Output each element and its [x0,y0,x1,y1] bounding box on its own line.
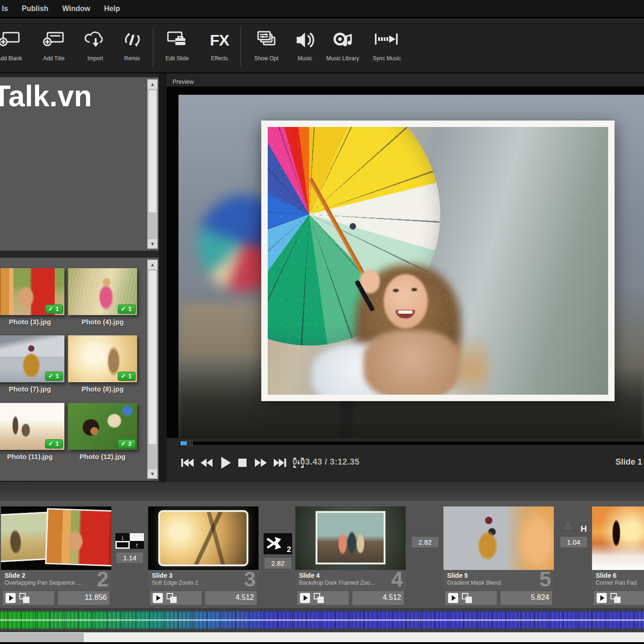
toolbar-separator [153,27,154,66]
slide-layers-icon[interactable] [19,593,29,603]
remix-icon [120,27,144,53]
music-speaker-icon [293,27,317,53]
slide-tools-box[interactable] [297,591,349,605]
slide-duration-box[interactable]: 4.512 [205,591,257,605]
slide-thumbnail [443,506,554,570]
add-title-button[interactable]: Add Title [36,27,72,62]
slide-tools-box[interactable] [3,591,54,605]
slide-duration-box[interactable]: 5.824 [500,591,552,605]
slide-play-icon[interactable] [300,593,310,603]
slide-timeline: Slide 2 Overlapping Pan Sequence ... 2 1… [0,501,644,608]
menu-item-help[interactable]: Help [104,5,120,13]
umbrella-hub [350,223,356,230]
fast-forward-button[interactable] [253,457,268,468]
scroll-up-arrow[interactable]: ▲ [148,80,157,89]
remix-button[interactable]: Remix [114,27,150,62]
scrollbar-thumb[interactable] [148,270,157,445]
seek-bar-track[interactable] [179,442,644,445]
slide-tools-box[interactable] [594,591,644,605]
slide-info: Slide 6 Corner Pan Fad [592,570,644,590]
rewind-button[interactable] [200,457,214,468]
slide-info: Slide 4 Backdrop Dark Framed Zoo... 4 [295,570,406,590]
scroll-down-arrow[interactable]: ▼ [148,239,157,248]
photo-thumbnail[interactable]: ✓1 [68,335,137,382]
audio-waveform[interactable] [0,610,644,631]
timeline-slide-card[interactable]: Slide 4 Backdrop Dark Framed Zoo... 4 4.… [295,506,406,605]
slide-number: 5 [539,568,551,590]
scrollbar-thumb[interactable] [148,90,157,213]
transition-control[interactable]: 2 2.82 [264,533,292,569]
photo-thumbnail[interactable]: ✓1 [0,268,64,315]
scroll-down-arrow[interactable]: ▼ [148,469,157,478]
toolbar-separator [240,27,241,66]
photo-thumbnail[interactable]: ✓1 [0,403,64,450]
umbrella-pole [309,178,368,281]
preview-canvas [167,86,644,438]
slide-duration-box[interactable]: 4.512 [352,591,404,605]
show-options-icon [253,27,279,53]
menu-item-window[interactable]: Window [62,5,90,13]
slide-list-scrollbar[interactable]: ▲ ▼ [147,79,158,249]
timeline-slide-card[interactable]: Slide 6 Corner Pan Fad [592,506,644,605]
slide-info: Slide 2 Overlapping Pan Sequence ... 2 [1,570,111,590]
photo-thumbnail[interactable]: ✓1 [68,268,137,315]
transition-icon-checker[interactable]: ↓ ↑ [115,533,144,549]
timeline-slide-card[interactable]: Slide 2 Overlapping Pan Sequence ... 2 1… [1,506,111,605]
toolbar: Add Blank Add Title Import Remix Edit Sl… [0,21,644,74]
usage-badge: ✓2 [118,439,136,448]
transition-control[interactable]: 2.82 [411,533,439,547]
menu-item-publish[interactable]: Publish [22,5,48,13]
timeline-slide-card[interactable]: Slide 3 Soft Edge Zoom 2 3 4.512 [148,506,259,605]
slide-play-icon[interactable] [597,593,607,603]
slide-tools-box[interactable] [445,591,497,605]
transition-control[interactable]: H 1.04 [559,533,588,547]
transition-duration[interactable]: 1.04 [560,537,587,547]
umbrella-handle [355,280,375,312]
slide-thumbnail [592,506,644,570]
effects-button[interactable]: FX Effects [201,27,237,62]
slide-list-panel: Talk.vn ▲ ▼ [0,77,159,251]
transition-control[interactable]: ↓ ↑ 1.14 [115,533,144,563]
import-button[interactable]: Import [77,27,113,62]
last-slide-button[interactable] [273,457,287,468]
transition-duration[interactable]: 2.82 [412,537,438,547]
slide-layers-icon[interactable] [167,593,177,603]
scrollbar-thumb[interactable] [0,633,84,642]
first-slide-button[interactable] [180,457,194,468]
slide-play-icon[interactable] [448,593,458,603]
slide-play-icon[interactable] [6,593,16,603]
transition-duration[interactable]: 2.82 [264,558,291,569]
timeline-horizontal-scrollbar[interactable] [0,632,644,642]
slide-layers-icon[interactable] [462,593,472,603]
sync-music-button[interactable]: Sync Music [369,27,405,62]
stop-button[interactable] [237,458,247,468]
timeline-slide-card[interactable]: Slide 5 Gradient Mask Blend 5 5.824 [443,506,554,605]
slide-layers-icon[interactable] [314,593,324,603]
add-blank-button[interactable]: Add Blank [0,27,28,62]
framed-photo [261,121,615,401]
show-options-button[interactable]: Show Opt [248,27,284,62]
import-cloud-icon [83,27,107,53]
music-library-button[interactable]: Music Library [325,27,361,62]
play-button[interactable] [220,456,232,470]
slide-play-icon[interactable] [153,593,163,603]
photo-label: Photo (11).jpg [0,453,64,460]
menu-item-tools[interactable]: ls [2,5,8,13]
usage-badge: ✓1 [118,305,136,314]
slide-duration-box[interactable]: 11.856 [58,591,109,605]
music-button[interactable]: Music [287,27,323,62]
photo-bin-scrollbar[interactable]: ▲ ▼ [147,259,158,479]
seek-bar-handle[interactable] [187,440,193,446]
photo-thumbnail[interactable]: ✓2 [68,403,137,450]
slide-tools-box[interactable] [150,591,201,605]
photo-label: Photo (7).jpg [0,385,64,393]
slide-info: Slide 5 Gradient Mask Blend 5 [443,570,554,590]
scroll-up-arrow[interactable]: ▲ [148,260,157,269]
slide-layers-icon[interactable] [610,593,621,603]
timeline-header-band [0,482,644,501]
transition-icon-cross[interactable]: 2 [264,533,292,554]
transition-duration[interactable]: 1.14 [116,552,143,563]
panel-divider [159,74,167,499]
photo-thumbnail[interactable]: ✓1 [0,335,64,382]
edit-slide-button[interactable]: Edit Slide [159,27,195,62]
